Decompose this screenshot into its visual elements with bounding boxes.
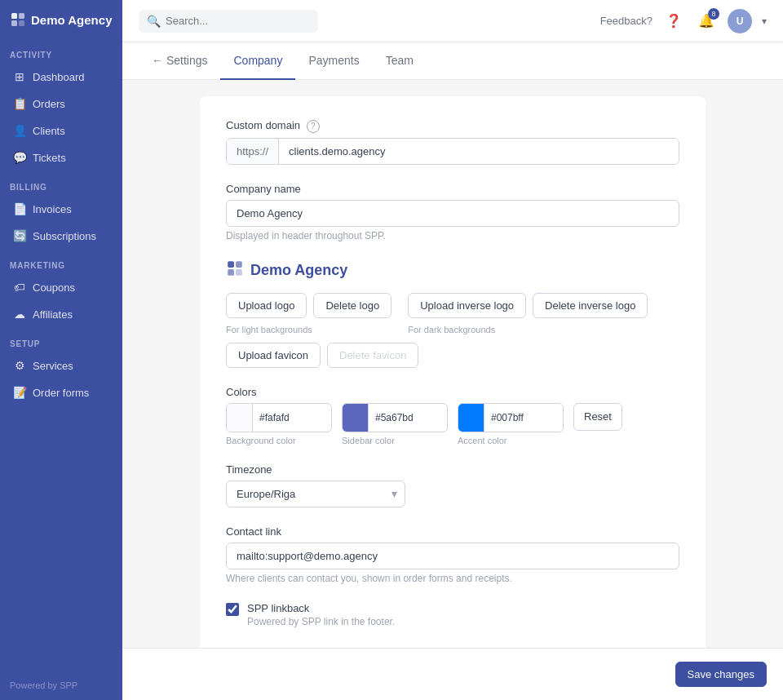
sidebar-icon-invoices: 📄 <box>13 202 26 215</box>
sidebar-item-clients[interactable]: 👤Clients <box>3 117 119 144</box>
avatar[interactable]: U <box>728 9 752 33</box>
sidebar-item-orders[interactable]: 📋Orders <box>3 91 119 117</box>
logo-preview: Demo Agency <box>226 259 679 281</box>
custom-domain-input-group: https:// <box>226 138 679 165</box>
background-color-input-group <box>226 403 332 432</box>
sidebar-section-billing: BILLING <box>0 171 122 195</box>
sidebar-icon-coupons: 🏷 <box>13 281 26 294</box>
sidebar-label-clients: Clients <box>33 125 65 137</box>
search-icon: 🔍 <box>147 15 161 28</box>
sidebar-icon-services: ⚙ <box>13 359 26 372</box>
company-name-group: Company name Displayed in header through… <box>226 183 679 241</box>
sidebar-color-input-group <box>342 403 448 432</box>
accent-color-item: Accent color <box>458 403 564 445</box>
spp-linkback-hint: Powered by SPP link in the footer. <box>247 616 395 627</box>
powered-by: Powered by SPP <box>0 671 122 700</box>
search-box[interactable]: 🔍 <box>139 10 318 33</box>
colors-row: Background color Sidebar color <box>226 403 679 445</box>
notification-badge: 8 <box>708 8 719 20</box>
contact-link-group: Contact link Where clients can contact y… <box>226 525 679 584</box>
sidebar-item-tickets[interactable]: 💬Tickets <box>3 144 119 171</box>
sidebar-icon-order-forms: 📝 <box>13 386 26 399</box>
company-name-hint: Displayed in header throughout SPP. <box>226 230 679 241</box>
sidebar-icon-affiliates: ☁ <box>13 308 26 321</box>
delete-logo-button[interactable]: Delete logo <box>313 293 392 318</box>
spp-linkback-row: SPP linkback Powered by SPP link in the … <box>226 602 679 627</box>
sidebar-section-setup: SETUP <box>0 328 122 352</box>
company-name-input[interactable] <box>226 200 679 227</box>
logo-light-group: Upload logo Delete logo For light backgr… <box>226 293 392 334</box>
domain-prefix: https:// <box>227 139 279 164</box>
tab-company[interactable]: Company <box>220 42 295 80</box>
feedback-label[interactable]: Feedback? <box>600 15 652 27</box>
sidebar-item-affiliates[interactable]: ☁Affiliates <box>3 301 119 327</box>
sidebar-icon-subscriptions: 🔄 <box>13 229 26 242</box>
svg-rect-3 <box>19 20 24 26</box>
timezone-label: Timezone <box>226 463 679 476</box>
contact-link-label: Contact link <box>226 525 679 538</box>
sidebar-color-swatch[interactable] <box>343 404 369 432</box>
sidebar-color-item: Sidebar color <box>342 403 448 445</box>
background-color-swatch[interactable] <box>227 404 253 432</box>
sidebar-icon-tickets: 💬 <box>13 151 26 164</box>
accent-color-label: Accent color <box>458 436 564 445</box>
avatar-chevron-icon[interactable]: ▾ <box>762 16 767 27</box>
accent-color-input-group <box>458 403 564 432</box>
background-color-item: Background color <box>226 403 332 445</box>
sidebar-label-services: Services <box>33 360 73 372</box>
upload-favicon-button[interactable]: Upload favicon <box>226 343 321 368</box>
sidebar-label-affiliates: Affiliates <box>33 308 73 321</box>
reset-colors-button[interactable]: Reset <box>573 403 622 431</box>
sidebar-icon-dashboard: ⊞ <box>13 70 26 83</box>
delete-inverse-logo-button[interactable]: Delete inverse logo <box>533 293 648 318</box>
svg-rect-7 <box>236 269 242 276</box>
tab-settings[interactable]: ← Settings <box>139 42 220 80</box>
notifications-icon[interactable]: 🔔 8 <box>695 10 718 33</box>
topbar: 🔍 Feedback? ❓ 🔔 8 U ▾ <box>122 0 783 42</box>
upload-logo-button[interactable]: Upload logo <box>226 293 307 318</box>
sidebar-item-services[interactable]: ⚙Services <box>3 352 119 379</box>
sidebar-label-orders: Orders <box>33 98 65 110</box>
custom-domain-input[interactable] <box>279 139 679 164</box>
spp-linkback-group: SPP linkback Powered by SPP link in the … <box>226 602 679 627</box>
sidebar-item-coupons[interactable]: 🏷Coupons <box>3 274 119 300</box>
logo-light-hint: For light backgrounds <box>226 325 392 334</box>
spp-linkback-text: SPP linkback Powered by SPP link in the … <box>247 602 395 627</box>
contact-link-input[interactable] <box>226 543 679 569</box>
sidebar-item-order-forms[interactable]: 📝Order forms <box>3 379 119 405</box>
app-name: Demo Agency <box>31 13 112 27</box>
sidebar-item-dashboard[interactable]: ⊞Dashboard <box>3 64 119 90</box>
sidebar-nav: ACTIVITY⊞Dashboard📋Orders👤Clients💬Ticket… <box>0 39 122 406</box>
accent-color-input[interactable] <box>484 405 563 430</box>
app-logo[interactable]: Demo Agency <box>0 0 122 39</box>
upload-inverse-logo-button[interactable]: Upload inverse logo <box>408 293 526 318</box>
save-changes-button[interactable]: Save changes <box>675 662 767 687</box>
background-color-input[interactable] <box>253 405 331 430</box>
tab-payments[interactable]: Payments <box>295 42 372 80</box>
sidebar-item-invoices[interactable]: 📄Invoices <box>3 196 119 222</box>
colors-label: Colors <box>226 386 679 398</box>
svg-rect-1 <box>19 13 24 19</box>
sidebar-color-label: Sidebar color <box>342 436 448 445</box>
sidebar-icon-clients: 👤 <box>13 124 26 137</box>
sidebar-label-dashboard: Dashboard <box>33 71 85 83</box>
favicon-buttons: Upload favicon Delete favicon <box>226 343 679 368</box>
sidebar-item-subscriptions[interactable]: 🔄Subscriptions <box>3 223 119 249</box>
svg-rect-4 <box>228 261 234 268</box>
sidebar: Demo Agency ACTIVITY⊞Dashboard📋Orders👤Cl… <box>0 0 122 700</box>
search-input[interactable] <box>166 15 310 27</box>
tab-team[interactable]: Team <box>373 42 427 80</box>
sidebar-color-input[interactable] <box>369 405 447 430</box>
help-icon[interactable]: ❓ <box>662 10 685 33</box>
sidebar-label-invoices: Invoices <box>33 203 72 215</box>
spp-linkback-checkbox[interactable] <box>226 603 239 616</box>
tabs-bar: ← SettingsCompanyPaymentsTeam <box>122 42 783 80</box>
timezone-select[interactable]: Europe/RigaUTCAmerica/New_YorkAmerica/Lo… <box>226 481 405 507</box>
logo-preview-icon <box>226 259 244 281</box>
main-content: 🔍 Feedback? ❓ 🔔 8 U ▾ ← SettingsCompanyP… <box>122 0 783 700</box>
accent-color-swatch[interactable] <box>458 404 484 432</box>
tabs-container: ← SettingsCompanyPaymentsTeam <box>139 42 427 79</box>
sidebar-label-subscriptions: Subscriptions <box>33 230 96 242</box>
timezone-select-wrapper: Europe/RigaUTCAmerica/New_YorkAmerica/Lo… <box>226 481 405 507</box>
custom-domain-help-icon[interactable]: ? <box>307 120 320 133</box>
